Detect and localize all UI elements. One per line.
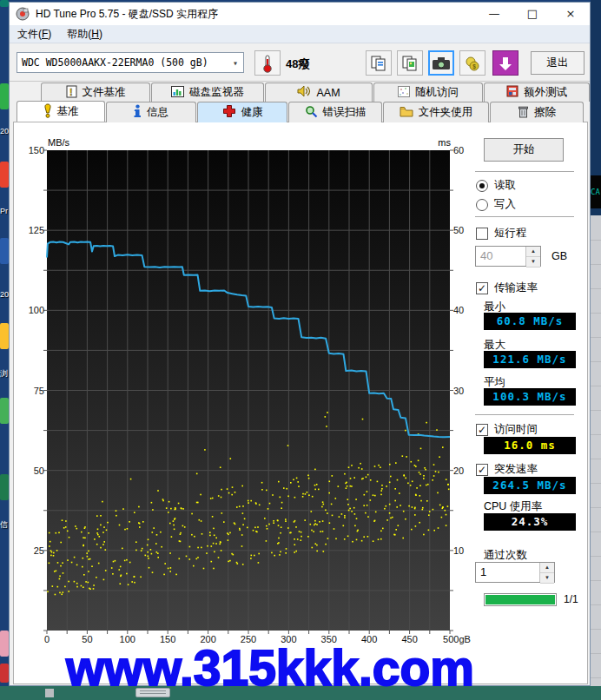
radio-icon [476,180,488,192]
short-stroke-checkbox[interactable]: 短行程 [476,226,527,241]
background-window-strip: CA [591,0,601,700]
start-button[interactable]: 开始 [484,138,564,162]
desktop-icon [0,323,9,349]
tab-label: 基准 [57,104,79,119]
copy-text-icon [370,55,387,72]
y-left-tick: 25 [18,545,44,556]
desktop-icon [0,83,9,109]
temperature-button[interactable] [254,50,281,76]
desktop-icon [0,631,9,657]
avg-value: 100.3 MB/s [484,388,576,406]
tab-file-benchmark[interactable]: !文件基准 [41,83,150,102]
tab-label: 擦除 [534,105,556,120]
benchmark-icon [43,103,52,121]
down-arrow-icon [499,56,512,71]
y-right-tick: 10 [453,545,479,556]
screen: 20Pr20浏信 CA HD Tune Pro 5.75 - 硬盘/SSD 实用… [0,0,601,700]
tab-info[interactable]: 信息 [106,102,196,122]
maximize-button[interactable]: □ [513,3,551,25]
y-left-tick: 125 [18,225,44,235]
tab-health[interactable]: 健康 [197,102,287,122]
menubar: 文件(F) 帮助(H) [10,25,590,43]
coins-icon: $ [464,55,481,72]
separator [475,171,574,172]
copy-text-button[interactable] [366,50,392,76]
desktop-icon-label: 20 [0,127,9,135]
checkbox-icon: ✓ [476,282,488,294]
min-value: 60.8 MB/s [484,313,576,330]
chevron-down-icon: ▾ [228,58,243,68]
desktop-icon [0,664,9,683]
drive-selector-dropdown[interactable]: WDC WD5000AAKX-22ERMA0 (500 gB) ▾ [17,52,244,73]
desktop-icon-label: 浏 [0,368,8,380]
temperature-value: 48癈 [286,56,309,72]
read-radio[interactable]: 读取 [476,178,516,193]
aam-icon [297,85,311,100]
tab-label: 文件基准 [83,85,126,100]
spinner-arrows[interactable]: ▲▼ [539,563,554,582]
minimize-button[interactable]: — [475,3,513,25]
health-icon [222,104,236,121]
toolbar: WDC WD5000AAKX-22ERMA0 (500 gB) ▾ 48癈 [10,43,590,82]
pass-count-spinner[interactable]: 1 ▲▼ [475,562,555,583]
separator [475,216,574,217]
y-right-tick: 60 [453,145,479,155]
camera-icon [432,56,451,71]
transfer-rate-checkbox[interactable]: ✓ 传输速率 [476,281,538,295]
tab-label: 随机访问 [415,85,459,100]
screenshot-button[interactable] [428,50,454,76]
svg-text:$: $ [472,63,476,69]
save-results-button[interactable]: $ [459,50,485,76]
tab-aam[interactable]: AAM [265,83,373,102]
access-time-checkbox[interactable]: ✓ 访问时间 [476,422,538,437]
short-stroke-size-spinner[interactable]: 40 ▲▼ [475,246,541,267]
burst-rate-value: 264.5 MB/s [484,477,576,494]
tab-folder-usage[interactable]: 文件夹使用 [383,102,489,122]
y-right-tick: 30 [453,386,479,396]
tab-benchmark[interactable]: 基准 [17,101,105,122]
thermometer-icon [261,54,274,73]
tab-erase[interactable]: 擦除 [490,102,584,122]
tab-label: 健康 [241,105,263,120]
window-title: HD Tune Pro 5.75 - 硬盘/SSD 实用程序 [36,7,218,22]
desktop-icon-label: 20 [0,290,9,299]
tab-label: 文件夹使用 [419,105,473,120]
hdtune-window: HD Tune Pro 5.75 - 硬盘/SSD 实用程序 — □ × 文件(… [9,2,591,686]
copy-image-icon [401,55,419,72]
exit-button[interactable]: 退出 [531,51,584,75]
tab-random-access[interactable]: 随机访问 [373,83,483,102]
desktop-icon [0,0,9,7]
desktop-icon [0,162,9,188]
tab-disk-monitor[interactable]: 磁盘监视器 [151,83,264,102]
file-benchmark-icon: ! [66,85,77,101]
progress-bar [484,593,557,606]
copy-image-button[interactable] [397,50,423,76]
y-left-tick: 75 [18,386,44,396]
burst-rate-checkbox[interactable]: ✓ 突发速率 [476,462,538,477]
menu-help[interactable]: 帮助(H) [59,25,110,43]
checkbox-icon: ✓ [476,424,488,436]
tab-label: 信息 [147,105,168,120]
menu-file[interactable]: 文件(F) [10,25,59,43]
watermark-text: www.315kkk.com [66,639,474,697]
gb-unit-label: GB [551,250,567,262]
tab-label: 磁盘监视器 [189,85,244,100]
error-scan-icon [305,105,318,121]
tab-row-top: !文件基准磁盘监视器AAM随机访问额外测试 [41,83,591,102]
desktop-icon-label: 信 [0,519,8,531]
titlebar: HD Tune Pro 5.75 - 硬盘/SSD 实用程序 — □ × [10,3,590,25]
disk-monitor-icon [171,86,184,100]
y-right-unit-label: ms [426,137,451,148]
benchmark-chart [47,150,450,631]
y-left-unit-label: MB/s [48,137,69,148]
radio-icon [476,199,488,211]
folder-usage-icon [400,106,413,120]
tab-extra-tests[interactable]: 额外测试 [484,83,590,102]
checkbox-icon: ✓ [476,464,488,476]
y-left-tick: 150 [18,145,44,155]
tab-error-scan[interactable]: 错误扫描 [288,102,382,122]
close-button[interactable]: × [551,3,590,25]
write-radio[interactable]: 写入 [476,197,516,212]
download-button[interactable] [492,50,518,76]
spinner-arrows[interactable]: ▲▼ [525,247,540,266]
